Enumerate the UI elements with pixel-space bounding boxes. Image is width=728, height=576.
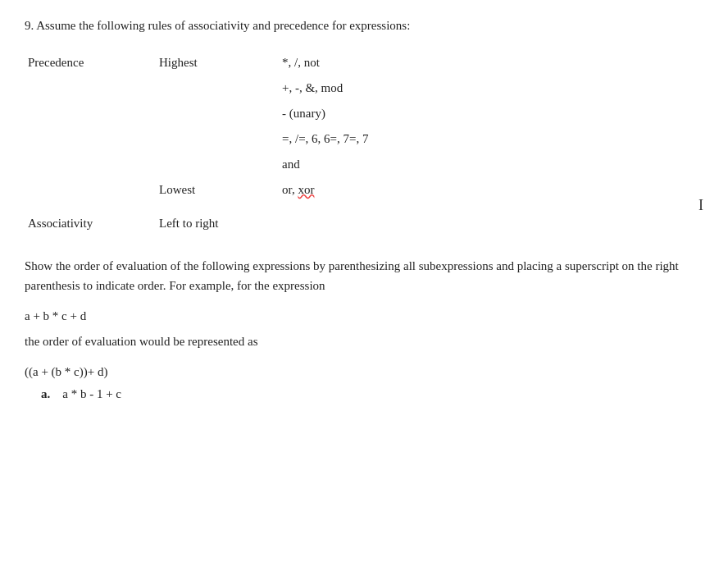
example-expression: a + b * c + d [25,309,703,323]
part-a-label: a. [41,387,50,400]
precedence-row-4: =, /=, 6, 6=, 7=, 7 [25,126,703,152]
precedence-row-header: Precedence Highest *, /, not [25,50,703,75]
question-text: Assume the following rules of associativ… [36,19,410,32]
precedence-table: Precedence Highest *, /, not +, -, &, mo… [25,50,703,236]
highest-label: Highest [156,50,279,75]
precedence-label: Precedence [25,50,156,75]
assoc-value: Left to right [156,203,279,236]
description-text: Show the order of evaluation of the foll… [25,256,703,297]
ops-row-2: +, -, &, mod [279,75,703,101]
xor-text: xor [298,183,314,196]
associativity-row: Associativity Left to right [25,203,703,236]
cursor-caret: I [698,197,703,214]
precedence-row-lowest: Lowest or, xor [25,177,703,203]
question-number: 9. [25,19,34,32]
example-description: the order of evaluation would be represe… [25,331,703,352]
ops-row-1: *, /, not [279,50,703,75]
lowest-label: Lowest [156,177,279,203]
page-container: 9. Assume the following rules of associa… [0,0,728,576]
ops-lowest: or, xor [279,177,703,203]
ops-row-3: - (unary) [279,101,703,126]
associativity-label: Associativity [25,203,156,236]
part-a-container: a. a * b - 1 + c [25,387,703,401]
part-a-expression: a * b - 1 + c [62,387,121,400]
precedence-row-2: +, -, &, mod [25,75,703,101]
ops-row-5: and [279,152,703,177]
example-result: ((a + (b * c))+ d) [25,365,703,379]
ops-row-4: =, /=, 6, 6=, 7=, 7 [279,126,703,152]
precedence-row-3: - (unary) [25,101,703,126]
question-heading: 9. Assume the following rules of associa… [25,16,703,35]
precedence-row-5: and [25,152,703,177]
